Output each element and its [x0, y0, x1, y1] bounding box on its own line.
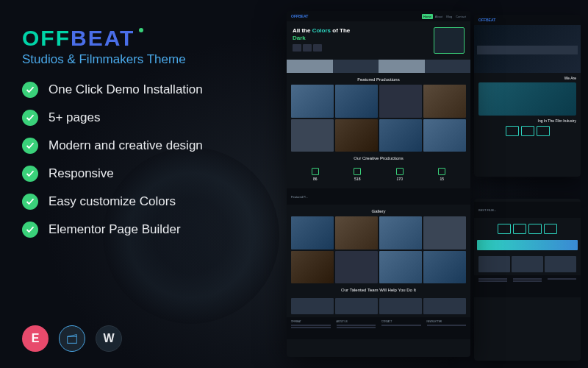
product-subtitle: Studios & Filmmakers Theme: [22, 52, 287, 67]
social-icon: [498, 224, 511, 234]
newsletter-bar: [477, 240, 578, 250]
footer-image: [478, 256, 510, 272]
stat: 170: [396, 168, 404, 181]
check-icon: [22, 110, 38, 126]
check-icon: [22, 166, 38, 182]
gallery-image: [335, 119, 378, 152]
gallery-image: [423, 85, 466, 118]
about-hero: [474, 25, 581, 73]
strip-image: [379, 60, 425, 73]
about-heading-2: Ing In The Film Industry: [478, 118, 576, 123]
preview-nav: OFFBEAT: [474, 15, 581, 25]
preview-logo: OFFBEAT: [478, 18, 495, 22]
stat: 15: [438, 168, 445, 181]
promo-content: OFFBEAT Studios & Filmmakers Theme One C…: [22, 26, 287, 250]
footer-col: CONTACT: [381, 320, 421, 336]
preview-nav: OFFBEAT Home About Blog Contact: [287, 11, 470, 21]
footer-col: [548, 278, 576, 294]
feature-text: One Click Demo Installation: [49, 82, 203, 97]
gallery-image: [379, 119, 422, 152]
silhouette-strip: [287, 60, 470, 73]
thumb: [293, 44, 301, 52]
check-icon: [22, 222, 38, 238]
feature-item: Modern and creative design: [22, 138, 287, 154]
team-row: [287, 295, 470, 317]
feature-text: Modern and creative design: [49, 138, 203, 153]
team-member: [423, 298, 466, 314]
gallery-image: [379, 85, 422, 118]
stat: 86: [312, 168, 319, 181]
gallery-image: [335, 216, 378, 250]
footer-col: NEWSLETTER: [427, 320, 467, 336]
footer-col: [513, 278, 542, 294]
feature-item: Elementor Page Builder: [22, 222, 287, 238]
hero-thumbnails: [293, 44, 429, 52]
footer-image: [545, 256, 576, 272]
team-member: [379, 298, 422, 314]
gallery-image: [423, 119, 466, 152]
about-heading: We Are: [478, 76, 576, 80]
feature-item: Responsive: [22, 166, 287, 182]
section-heading: Our Creative Productions: [287, 156, 470, 160]
stat-icon: [354, 168, 361, 175]
gallery-image: [379, 251, 422, 284]
strip-image: [425, 60, 471, 73]
theme-preview-about: OFFBEAT We Are Ing In The Film Industry: [474, 15, 581, 177]
logo-part-beat: BEAT: [71, 26, 135, 51]
film-clapper-icon: [59, 325, 85, 352]
tech-badges: E W: [22, 325, 122, 352]
feature-text: Responsive: [49, 166, 114, 181]
stats-row: 86 518 170 15: [287, 163, 470, 185]
social-icons: [478, 224, 576, 234]
gallery-image: [291, 251, 334, 284]
gallery-grid: [287, 216, 470, 283]
feature-text: 5+ pages: [49, 110, 100, 125]
theme-preview-footer: BEST FILM...: [474, 199, 581, 361]
featured-strip: Featured P...: [287, 188, 470, 205]
hero-title: All the Colors of The Dark: [293, 27, 429, 41]
gallery-image: [335, 251, 378, 284]
feature-list: One Click Demo Installation 5+ pages Mod…: [22, 82, 287, 238]
team-member: [291, 298, 334, 314]
section-heading: Gallery: [287, 209, 470, 213]
about-section: We Are Ing In The Film Industry: [474, 73, 581, 139]
feature-item: One Click Demo Installation: [22, 82, 287, 98]
team-member: [335, 298, 378, 314]
strip-image: [287, 60, 333, 73]
feature-text: Elementor Page Builder: [49, 222, 181, 237]
stat-icon: [312, 168, 319, 175]
check-icon: [22, 194, 38, 210]
service-icon: [521, 126, 534, 136]
feature-text: Easy customize Colors: [49, 194, 176, 209]
stat-icon: [396, 168, 404, 175]
logo-accent-dot: [139, 28, 143, 32]
about-image: [478, 82, 576, 116]
service-icon: [537, 126, 550, 136]
product-logo: OFFBEAT: [22, 26, 287, 51]
footer-gallery: [474, 253, 581, 275]
check-icon: [22, 82, 38, 98]
feature-item: Easy customize Colors: [22, 194, 287, 210]
silhouette-graphic: [477, 32, 578, 54]
strip-label: BEST FILM...: [478, 208, 496, 212]
preview-hero: All the Colors of The Dark: [287, 21, 470, 60]
hero-image: [434, 27, 465, 54]
gallery-image: [291, 85, 334, 118]
elementor-icon: E: [22, 325, 49, 352]
feature-item: 5+ pages: [22, 110, 287, 126]
nav-contact: Contact: [454, 14, 467, 19]
preview-footer: [474, 275, 581, 297]
gallery-image: [423, 216, 466, 250]
gallery-image: [423, 251, 466, 284]
social-icon: [528, 224, 542, 234]
nav-about: About: [434, 14, 444, 19]
social-icon: [544, 224, 557, 234]
theme-preview-main: OFFBEAT Home About Blog Contact All the …: [287, 11, 470, 357]
strip-image: [333, 60, 379, 73]
film-strip: BEST FILM...: [474, 202, 581, 218]
footer-col: OFFBEAT: [291, 320, 331, 336]
service-icons: [478, 126, 576, 136]
footer-section: [474, 218, 581, 237]
stat: 518: [354, 168, 361, 181]
gallery-image: [335, 85, 378, 118]
